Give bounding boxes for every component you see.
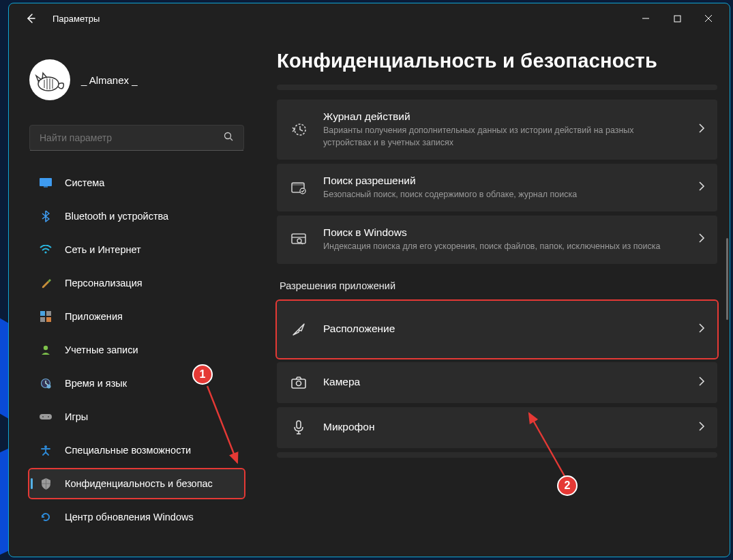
microphone-icon — [289, 420, 308, 435]
system-icon — [39, 178, 53, 188]
sidebar-item-accounts[interactable]: Учетные записи — [29, 336, 244, 364]
svg-point-9 — [38, 80, 40, 81]
main-panel: Конфиденциальность и безопасность Журнал… — [256, 33, 730, 557]
username: _ Almanex _ — [81, 74, 138, 86]
sidebar-item-network[interactable]: Сеть и Интернет — [29, 235, 244, 264]
window-controls — [630, 8, 724, 29]
clock-icon — [39, 378, 53, 389]
sidebar-item-personalization[interactable]: Персонализация — [29, 269, 244, 297]
camera-icon — [289, 376, 308, 389]
sidebar-item-label: Игры — [65, 411, 88, 422]
apps-icon — [39, 311, 53, 322]
settings-window: Параметры — [8, 3, 730, 557]
svg-line-11 — [230, 138, 233, 141]
card-title: Поиск разрешений — [323, 175, 683, 187]
minimize-button[interactable] — [630, 8, 661, 29]
card-title: Камера — [323, 376, 683, 388]
content-area: _ Almanex _ Система — [9, 33, 730, 557]
sidebar-item-label: Система — [65, 177, 104, 188]
card-subtitle: Варианты получения дополнительных данных… — [323, 124, 683, 149]
card-search-permissions[interactable]: Поиск разрешений Безопасный поиск, поиск… — [277, 164, 717, 211]
svg-rect-28 — [292, 183, 304, 186]
card-camera[interactable]: Камера — [277, 362, 717, 403]
sidebar-item-label: Приложения — [65, 311, 123, 322]
page-title: Конфиденциальность и безопасность — [277, 50, 717, 72]
svg-point-32 — [297, 239, 301, 243]
svg-point-19 — [44, 346, 48, 350]
sidebar-item-label: Персонализация — [65, 278, 143, 289]
svg-point-25 — [44, 445, 47, 448]
svg-rect-18 — [46, 317, 51, 322]
accessibility-icon — [39, 445, 53, 456]
svg-rect-22 — [40, 414, 52, 419]
search-input[interactable] — [40, 132, 224, 143]
svg-rect-15 — [40, 311, 45, 316]
minimize-icon — [642, 14, 650, 23]
location-icon — [289, 322, 308, 337]
sidebar-item-privacy[interactable]: Конфиденциальность и безопас — [29, 469, 244, 498]
sidebar: _ Almanex _ Система — [9, 33, 256, 557]
search-win-icon — [289, 232, 308, 247]
chevron-right-icon — [698, 181, 705, 194]
sidebar-item-label: Конфиденциальность и безопас — [65, 478, 213, 489]
nav-list: Система Bluetooth и устройства Сеть и Ин… — [29, 168, 244, 536]
annotation-badge-1: 1 — [192, 364, 213, 385]
partial-card-top[interactable] — [277, 85, 717, 90]
sidebar-item-windows-update[interactable]: Центр обновления Windows — [29, 503, 244, 531]
svg-rect-36 — [297, 421, 301, 428]
desktop-bg-fragment — [0, 319, 8, 419]
activity-icon — [289, 121, 308, 138]
svg-point-24 — [48, 416, 49, 417]
arrow-left-icon — [25, 13, 36, 24]
chevron-right-icon — [698, 123, 705, 136]
search-box[interactable] — [29, 125, 244, 151]
svg-rect-12 — [40, 178, 52, 186]
chevron-right-icon — [698, 323, 705, 336]
card-subtitle: Индексация поиска для его ускорения, пои… — [323, 240, 683, 252]
sidebar-item-label: Сеть и Интернет — [65, 244, 141, 255]
scrollbar-thumb[interactable] — [726, 238, 728, 320]
profile-block[interactable]: _ Almanex _ — [29, 59, 244, 100]
svg-rect-16 — [46, 311, 51, 316]
gamepad-icon — [39, 413, 53, 421]
card-microphone[interactable]: Микрофон — [277, 407, 717, 448]
card-search-windows[interactable]: Поиск в Windows Индексация поиска для ег… — [277, 216, 717, 263]
sidebar-item-label: Учетные записи — [65, 344, 138, 355]
card-activity-history[interactable]: Журнал действий Варианты получения допол… — [277, 100, 717, 160]
sidebar-item-bluetooth[interactable]: Bluetooth и устройства — [29, 202, 244, 231]
svg-point-14 — [44, 251, 46, 253]
sidebar-item-label: Специальные возможности — [65, 445, 191, 456]
back-button[interactable] — [21, 9, 40, 28]
sidebar-item-apps[interactable]: Приложения — [29, 302, 244, 331]
maximize-button[interactable] — [661, 8, 693, 29]
bluetooth-icon — [39, 210, 53, 222]
person-icon — [39, 344, 53, 355]
sidebar-item-label: Время и язык — [65, 378, 127, 389]
section-header-app-permissions: Разрешения приложений — [280, 280, 717, 291]
search-perm-icon — [289, 180, 308, 195]
svg-point-10 — [225, 132, 231, 138]
card-title: Расположение — [323, 323, 683, 335]
update-icon — [39, 512, 53, 522]
close-button[interactable] — [693, 8, 724, 29]
avatar — [29, 59, 70, 100]
card-location[interactable]: Расположение — [277, 301, 717, 358]
close-icon — [704, 14, 713, 23]
wifi-icon — [39, 245, 53, 254]
svg-rect-1 — [674, 16, 680, 22]
sidebar-item-gaming[interactable]: Игры — [29, 402, 244, 431]
sidebar-item-label: Центр обновления Windows — [65, 512, 194, 522]
chevron-right-icon — [698, 377, 705, 389]
partial-card-bottom[interactable] — [277, 452, 717, 458]
chevron-right-icon — [698, 233, 705, 246]
svg-rect-13 — [44, 186, 48, 188]
svg-point-21 — [47, 385, 51, 389]
sidebar-item-system[interactable]: Система — [29, 168, 244, 197]
sidebar-item-accessibility[interactable]: Специальные возможности — [29, 436, 244, 465]
avatar-image — [33, 66, 66, 93]
search-icon — [224, 132, 234, 145]
chevron-right-icon — [698, 422, 705, 434]
annotation-badge-2: 2 — [557, 475, 578, 496]
shield-icon — [39, 478, 53, 490]
window-title: Параметры — [53, 14, 100, 24]
